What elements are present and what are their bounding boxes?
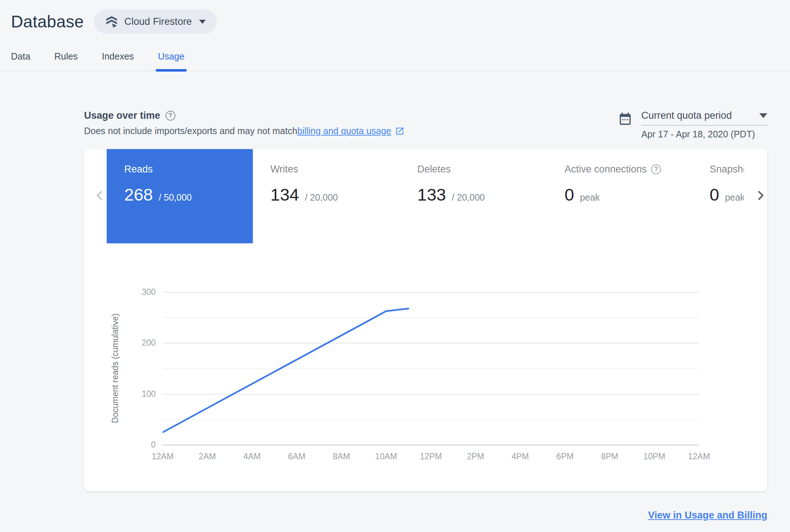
x-tick-label: 4PM xyxy=(512,452,529,461)
tab-data[interactable]: Data xyxy=(11,51,30,71)
section-title: Usage over time xyxy=(84,110,160,121)
usage-help-icon[interactable]: ? xyxy=(166,111,175,121)
metric-value: 0 xyxy=(565,185,574,205)
chart-line-document-reads-cumulative- xyxy=(163,309,409,433)
usage-chart: Document reads (cumulative)010020030012A… xyxy=(84,292,767,474)
metric-snapshot-listeners[interactable]: Snapshot listeners0peak xyxy=(710,149,744,243)
product-selector-label: Cloud Firestore xyxy=(124,16,192,27)
x-tick-label: 2AM xyxy=(199,452,216,461)
x-tick-label: 6PM xyxy=(556,452,573,461)
x-tick-label: 8AM xyxy=(333,452,350,461)
page-header: Database Cloud Firestore xyxy=(0,0,790,34)
tab-rules[interactable]: Rules xyxy=(54,51,78,71)
metric-deletes[interactable]: Deletes133/ 20,000 xyxy=(417,149,485,243)
section-subtitle: Does not include imports/exports and may… xyxy=(84,126,405,136)
metric-limit: peak xyxy=(580,192,600,203)
y-tick-label: 200 xyxy=(84,338,156,348)
x-tick-label: 10AM xyxy=(375,452,397,461)
metric-value: 0 xyxy=(710,185,719,205)
usage-card: Reads268/ 50,000Writes134/ 20,000Deletes… xyxy=(84,149,767,491)
metric-label: Reads xyxy=(124,164,153,175)
metrics-carousel: Reads268/ 50,000Writes134/ 20,000Deletes… xyxy=(84,149,744,243)
metric-writes[interactable]: Writes134/ 20,000 xyxy=(270,149,338,243)
metric-reads-selected[interactable]: Reads268/ 50,000 xyxy=(107,149,253,243)
metric-value: 134 xyxy=(270,185,299,205)
metric-label: Deletes xyxy=(417,164,451,175)
usage-content: Usage over time ? Does not include impor… xyxy=(84,110,767,521)
x-tick-label: 2PM xyxy=(467,452,484,461)
metric-limit: / 50,000 xyxy=(159,192,191,203)
external-link-icon[interactable] xyxy=(395,126,405,136)
quota-period-selector[interactable]: Current quota period Apr 17 - Apr 18, 20… xyxy=(618,110,767,140)
product-selector-chip[interactable]: Cloud Firestore xyxy=(94,10,217,34)
chart-plot xyxy=(163,292,699,446)
metric-label: Writes xyxy=(270,164,298,175)
x-tick-label: 4AM xyxy=(243,452,261,461)
metric-help-icon[interactable]: ? xyxy=(651,164,661,174)
y-tick-label: 0 xyxy=(84,440,156,450)
metric-label: Active connections xyxy=(565,164,647,175)
metric-label: Snapshot listeners xyxy=(710,164,744,175)
y-tick-label: 300 xyxy=(84,287,156,297)
carousel-prev-icon[interactable] xyxy=(93,189,107,202)
subtitle-text: Does not include imports/exports and may… xyxy=(84,126,297,136)
y-tick-label: 100 xyxy=(84,389,156,399)
metric-limit: / 20,000 xyxy=(452,192,485,203)
y-axis-title: Document reads (cumulative) xyxy=(110,314,120,423)
x-tick-label: 12PM xyxy=(420,452,442,461)
tab-indexes[interactable]: Indexes xyxy=(102,51,134,71)
metric-value: 133 xyxy=(417,185,446,205)
metric-limit: peak xyxy=(725,192,744,203)
metric-value: 268 xyxy=(124,185,153,205)
metric-active-connections[interactable]: Active connections?0peak xyxy=(565,149,661,243)
quota-period-range: Apr 17 - Apr 18, 2020 (PDT) xyxy=(641,129,767,140)
quota-period-label: Current quota period xyxy=(641,110,732,121)
tab-bar: Data Rules Indexes Usage xyxy=(0,51,790,71)
view-usage-billing-link[interactable]: View in Usage and Billing xyxy=(648,510,767,521)
page-title: Database xyxy=(11,12,84,31)
x-tick-label: 8PM xyxy=(601,452,618,461)
x-tick-label: 6AM xyxy=(288,452,305,461)
tab-usage[interactable]: Usage xyxy=(158,51,184,71)
metric-limit: / 20,000 xyxy=(305,192,338,203)
x-tick-label: 10PM xyxy=(643,452,665,461)
cloud-firestore-icon xyxy=(105,15,118,28)
x-tick-label: 12AM xyxy=(688,452,710,461)
calendar-icon xyxy=(618,111,633,126)
chevron-down-icon xyxy=(199,20,206,24)
quota-caret-icon xyxy=(759,113,767,118)
billing-quota-link[interactable]: billing and quota usage xyxy=(297,126,391,136)
x-tick-label: 12AM xyxy=(152,452,174,461)
carousel-next-icon[interactable] xyxy=(753,189,767,202)
